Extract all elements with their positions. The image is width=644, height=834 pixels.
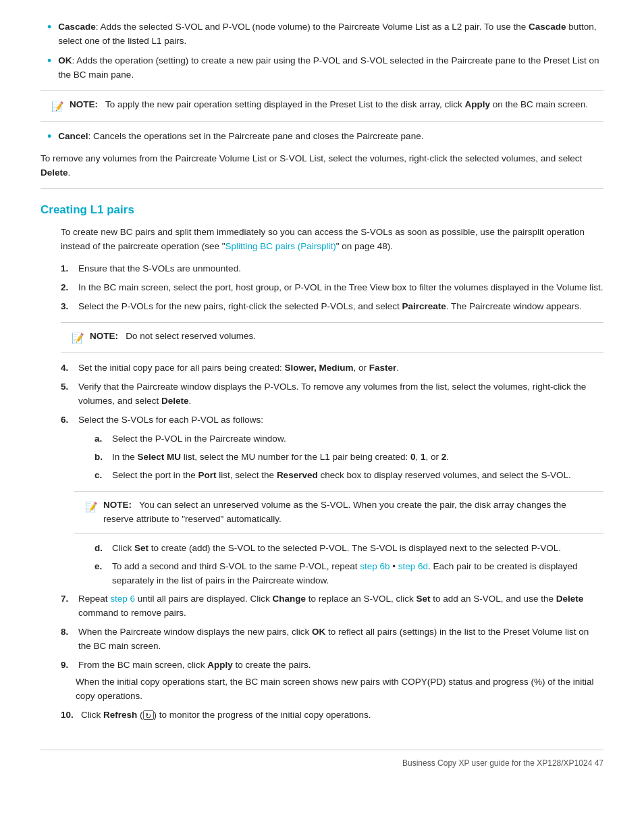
step-6b-link[interactable]: step 6b <box>360 561 390 571</box>
refresh-bold: Refresh <box>103 710 137 720</box>
delete-bold: Delete <box>41 167 68 178</box>
step-6-text: Select the S-VOLs for each P-VOL as foll… <box>78 413 603 427</box>
step-8: 8. When the Paircreate window displays t… <box>61 625 603 654</box>
step-6: 6. Select the S-VOLs for each P-VOL as f… <box>61 413 603 427</box>
page-footer: Business Copy XP user guide for the XP12… <box>41 750 603 770</box>
ok-label: OK <box>58 55 72 66</box>
ok-bold-8: OK <box>312 627 325 637</box>
note-icon-1: 📝 <box>51 99 64 114</box>
set-bold-d: Set <box>134 543 149 553</box>
cancel-label: Cancel <box>58 131 88 141</box>
sub-step-a: a. Select the P-VOL in the Paircreate wi… <box>95 432 603 446</box>
step-9-wrapper: 9. From the BC main screen, click Apply … <box>61 658 603 704</box>
bullet-ok: • OK: Adds the operation (setting) to cr… <box>41 54 603 82</box>
step-1: 1. Ensure that the S-VOLs are unmounted. <box>61 262 603 276</box>
mu-2-bold: 2 <box>441 452 447 462</box>
step-10: 10. Click Refresh (↻) to monitor the pro… <box>61 708 603 723</box>
sub-step-a-label: a. <box>95 432 109 446</box>
step-7: 7. Repeat step 6 until all pairs are dis… <box>61 592 603 621</box>
remove-volumes-text: To remove any volumes from the Paircreat… <box>41 152 603 180</box>
sub-step-e-label: e. <box>95 560 109 574</box>
note1-bold: Apply <box>465 99 491 109</box>
sub-step-e-text: To add a second and third S-VOL to the s… <box>112 560 603 588</box>
steps-7-10: 7. Repeat step 6 until all pairs are dis… <box>41 592 603 722</box>
bullet-text-cancel: Cancel: Cancels the operations set in th… <box>58 130 603 144</box>
steps-4-6: 4. Set the initial copy pace for all pai… <box>41 361 603 427</box>
step-4: 4. Set the initial copy pace for all pai… <box>61 361 603 375</box>
delete-bold-7: Delete <box>556 594 584 604</box>
note-text-3: NOTE: You can select an unreserved volum… <box>103 498 593 527</box>
bullet-text-ok: OK: Adds the operation (setting) to crea… <box>58 54 603 82</box>
sub-step-c: c. Select the port in the Port list, sel… <box>95 469 603 483</box>
sub-step-d-label: d. <box>95 542 109 556</box>
step-5-num: 5. <box>61 380 76 394</box>
apply-bold-9: Apply <box>207 660 233 670</box>
paircreate-bold: Paircreate <box>402 301 446 311</box>
sub-steps-abc: a. Select the P-VOL in the Paircreate wi… <box>54 432 603 483</box>
step-9-subtext: When the initial copy operations start, … <box>61 675 603 704</box>
step-3-text: Select the P-VOLs for the new pairs, rig… <box>78 300 603 314</box>
step-5-text: Verify that the Paircreate window displa… <box>78 380 603 409</box>
delete-bold-5: Delete <box>161 396 189 406</box>
cascade-label: Cascade <box>58 22 96 32</box>
note-label-3: NOTE: <box>103 500 132 510</box>
step-6-link[interactable]: step 6 <box>110 594 135 604</box>
note-box-1: 📝 NOTE: To apply the new pair operation … <box>41 90 603 122</box>
reserved-bold: Reserved <box>277 470 318 480</box>
bullet-dot-ok: • <box>47 53 51 70</box>
note-text-2: NOTE: Do not select reserved volumes. <box>90 330 256 344</box>
step-3-num: 3. <box>61 300 76 314</box>
bullet-section-cancel: • Cancel: Cancels the operations set in … <box>41 130 603 145</box>
set-bold-7: Set <box>417 594 431 604</box>
step-4-num: 4. <box>61 361 76 375</box>
step-2: 2. In the BC main screen, select the por… <box>61 281 603 295</box>
note-box-3: 📝 NOTE: You can select an unreserved vol… <box>74 491 603 534</box>
note-box-2: 📝 NOTE: Do not select reserved volumes. <box>61 322 603 353</box>
step-10-num: 10. <box>61 708 78 723</box>
step-8-num: 8. <box>61 625 76 640</box>
sub-step-c-label: c. <box>95 469 109 483</box>
step-8-text: When the Paircreate window displays the … <box>78 625 603 654</box>
step-6d-link[interactable]: step 6d <box>398 561 428 571</box>
sub-step-d-text: Click Set to create (add) the S-VOL to t… <box>112 542 603 556</box>
step-9-text: From the BC main screen, click Apply to … <box>78 658 311 673</box>
step-1-num: 1. <box>61 262 76 276</box>
note-label-2: NOTE: <box>90 331 118 341</box>
note-icon-3: 📝 <box>85 499 98 515</box>
sub-step-b-label: b. <box>95 450 109 465</box>
note-text-1: NOTE: To apply the new pair operation se… <box>70 98 588 112</box>
step-3: 3. Select the P-VOLs for the new pairs, … <box>61 300 603 314</box>
step-2-text: In the BC main screen, select the port, … <box>78 281 603 295</box>
step-7-text: Repeat step 6 until all pairs are displa… <box>78 592 603 621</box>
step-7-num: 7. <box>61 592 76 606</box>
refresh-icon: ↻ <box>143 710 154 720</box>
sub-steps-de: d. Click Set to create (add) the S-VOL t… <box>54 542 603 588</box>
bullet-dot-cascade: • <box>47 19 51 36</box>
bullet-text-cascade: Cascade: Adds the selected S-VOL and P-V… <box>58 20 603 49</box>
pairsplit-link[interactable]: Splitting BC pairs (Pairsplit) <box>225 241 336 251</box>
port-bold: Port <box>198 470 217 480</box>
step-2-num: 2. <box>61 281 76 295</box>
sub-step-b: b. In the Select MU list, select the MU … <box>95 450 603 465</box>
sub-step-c-text: Select the port in the Port list, select… <box>112 469 603 483</box>
divider-1 <box>41 188 603 189</box>
note-label-1: NOTE: <box>70 99 98 109</box>
section-heading-creating-l1: Creating L1 pairs <box>41 201 603 219</box>
step-9-num: 9. <box>61 658 76 673</box>
note-icon-2: 📝 <box>72 330 84 346</box>
step-5: 5. Verify that the Paircreate window dis… <box>61 380 603 409</box>
steps-1-3: 1. Ensure that the S-VOLs are unmounted.… <box>41 262 603 314</box>
bullet-dot-cancel: • <box>47 128 51 145</box>
slower-bold: Slower, Medium <box>284 363 353 373</box>
sub-step-d: d. Click Set to create (add) the S-VOL t… <box>95 542 603 556</box>
step-4-text: Set the initial copy pace for all pairs … <box>78 361 603 375</box>
bullet-section-top: • Cascade: Adds the selected S-VOL and P… <box>41 20 603 82</box>
sub-step-e: e. To add a second and third S-VOL to th… <box>95 560 603 588</box>
sub-step-b-text: In the Select MU list, select the MU num… <box>112 450 603 465</box>
sub-step-a-text: Select the P-VOL in the Paircreate windo… <box>112 432 603 446</box>
page-content: • Cascade: Adds the selected S-VOL and P… <box>41 20 603 769</box>
step-10-text: Click Refresh (↻) to monitor the progres… <box>81 708 603 723</box>
bullet-cascade: • Cascade: Adds the selected S-VOL and P… <box>41 20 603 49</box>
step-6-num: 6. <box>61 413 76 427</box>
step-1-text: Ensure that the S-VOLs are unmounted. <box>78 262 603 276</box>
